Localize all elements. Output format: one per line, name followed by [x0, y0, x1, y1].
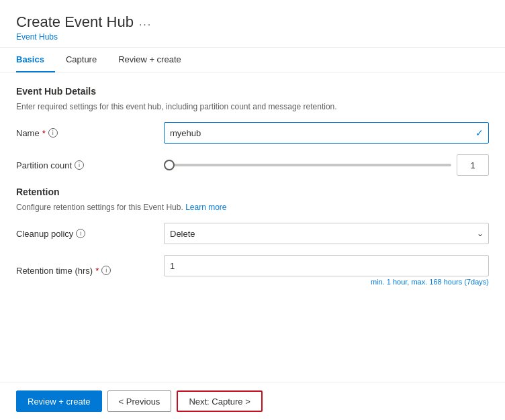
- retention-time-required-star: *: [95, 266, 99, 276]
- retention-time-hint: min. 1 hour, max. 168 hours (7days): [164, 278, 489, 286]
- cleanup-policy-select-wrapper: Delete Compact Compact + Delete ⌄: [164, 223, 489, 244]
- details-section-desc: Enter required settings for this event h…: [16, 102, 489, 111]
- page-title: Create Event Hub ...: [16, 13, 489, 31]
- learn-more-link[interactable]: Learn more: [185, 203, 226, 212]
- name-input-wrapper: ✓: [164, 122, 489, 144]
- partition-count-info-icon[interactable]: i: [75, 160, 84, 170]
- name-required-star: *: [42, 128, 46, 138]
- cleanup-policy-label: Cleanup policy i: [16, 229, 164, 239]
- partition-count-label: Partition count i: [16, 160, 164, 170]
- ellipsis-menu[interactable]: ...: [139, 16, 152, 28]
- next-capture-button[interactable]: Next: Capture >: [177, 390, 262, 412]
- page-header: Create Event Hub ... Event Hubs: [0, 0, 505, 48]
- retention-time-label: Retention time (hrs) * i: [16, 266, 164, 276]
- name-input-container: ✓: [164, 122, 489, 144]
- details-section-title: Event Hub Details: [16, 86, 489, 97]
- retention-time-input[interactable]: [164, 255, 489, 276]
- partition-count-control: 1: [164, 154, 489, 176]
- cleanup-policy-select[interactable]: Delete Compact Compact + Delete: [164, 223, 489, 244]
- tab-capture[interactable]: Capture: [55, 48, 107, 72]
- cleanup-policy-control: Delete Compact Compact + Delete ⌄: [164, 223, 489, 244]
- retention-time-control: min. 1 hour, max. 168 hours (7days): [164, 255, 489, 286]
- partition-count-field-row: Partition count i 1: [16, 154, 489, 176]
- retention-section-desc: Configure retention settings for this Ev…: [16, 203, 489, 212]
- main-content: Event Hub Details Enter required setting…: [0, 72, 505, 382]
- footer: Review + create < Previous Next: Capture…: [0, 382, 505, 420]
- cleanup-policy-info-icon[interactable]: i: [76, 229, 85, 238]
- partition-count-value: 1: [457, 154, 489, 176]
- partition-count-slider[interactable]: [164, 164, 451, 166]
- partition-count-slider-wrapper: 1: [164, 154, 489, 176]
- title-text: Create Event Hub: [16, 13, 134, 31]
- retention-section: Retention Configure retention settings f…: [16, 187, 489, 212]
- name-check-icon: ✓: [475, 127, 484, 138]
- page-subtitle: Event Hubs: [16, 32, 489, 42]
- review-create-button[interactable]: Review + create: [16, 390, 102, 412]
- retention-time-field-row: Retention time (hrs) * i min. 1 hour, ma…: [16, 255, 489, 286]
- cleanup-policy-field-row: Cleanup policy i Delete Compact Compact …: [16, 223, 489, 244]
- retention-time-info-icon[interactable]: i: [101, 266, 111, 275]
- retention-section-title: Retention: [16, 187, 489, 197]
- tab-bar: Basics Capture Review + create: [0, 48, 505, 72]
- name-field-row: Name * i ✓: [16, 122, 489, 144]
- name-label: Name * i: [16, 128, 164, 138]
- name-info-icon[interactable]: i: [48, 128, 58, 138]
- tab-basics[interactable]: Basics: [16, 48, 55, 72]
- tab-review-create[interactable]: Review + create: [107, 48, 192, 72]
- name-input[interactable]: [164, 122, 489, 144]
- previous-button[interactable]: < Previous: [107, 390, 172, 412]
